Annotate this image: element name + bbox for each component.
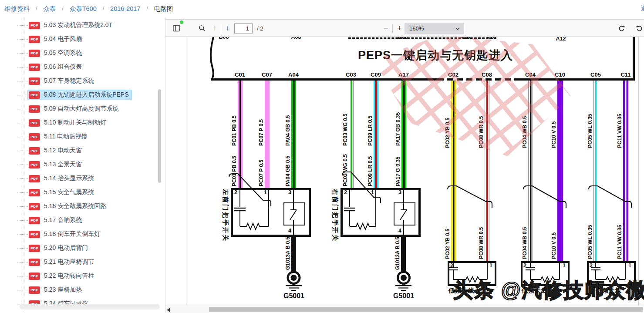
sidebar-item-label: 5.11 电动后视镜 (44, 133, 88, 141)
up-arrow-icon: ↑ (213, 24, 217, 33)
sidebar-scrollbar[interactable] (158, 89, 161, 183)
sidebar-item-label: 5.08 无钥匙进入启动系统PEPS (44, 91, 129, 99)
ground-wire-label: G1013A B 0.5 (285, 237, 290, 270)
notification-dot (180, 20, 183, 24)
pdf-icon: PDF (29, 273, 40, 280)
sidebar-item[interactable]: PDF5.09 自动大灯高度调节系统 (0, 102, 165, 116)
sidebar-item-label: 5.16 安全敢囊系统回路 (44, 202, 106, 210)
connector-label: C07 (257, 71, 276, 78)
wire-label: PC05 WL 0.35 (587, 225, 593, 259)
wire-label: PC11 VW 0.35 (617, 114, 622, 148)
pin-number: 1 (264, 189, 267, 195)
sidebar-item[interactable]: PDF5.07 车身稳定系统 (0, 74, 165, 88)
pdf-icon: PDF (29, 50, 40, 57)
horizontal-scrollbar[interactable] (165, 306, 644, 313)
breadcrumb: 维修资料 / 众泰 / 众泰T600 / 2016-2017 / 电路图 返 (0, 0, 644, 17)
sidebar-item[interactable]: PDF5.17 音响系统 (0, 213, 165, 227)
sidebar-item[interactable]: PDF5.04 电子风扇 (0, 32, 165, 46)
sidebar-item-label: 5.18 倒车开关倒车灯 (44, 230, 100, 238)
sidebar-item[interactable]: PDF5.21 电动座椅调节 (0, 255, 165, 269)
sidebar-toggle-button[interactable] (171, 22, 182, 34)
sidebar-item-label: 5.20 电动后背门 (44, 244, 88, 252)
wire-label: PC03 WG 0.5 (343, 114, 348, 146)
sidebar-item[interactable]: PDF5.10 制动开关与制动灯 (0, 116, 165, 130)
rotate-counterclockwise-button[interactable] (634, 22, 644, 34)
sidebar-item[interactable]: PDF5.13 全景天窗 (0, 158, 165, 172)
sidebar-horizontal-scrollbar[interactable] (20, 304, 160, 310)
rotate-clockwise-button[interactable] (616, 22, 627, 34)
wire-label: PC09 LR 0.5 (368, 116, 373, 146)
sidebar-item[interactable]: PDF5.05 空调系统 (0, 46, 165, 60)
clipped-link[interactable]: 返 (641, 4, 644, 13)
sidebar-item[interactable]: PDF5.11 电动后视镜 (0, 130, 165, 144)
pin-label-a12: A12 (551, 37, 570, 42)
page-number-input[interactable] (234, 23, 253, 34)
pin-number: 4 (288, 228, 291, 234)
pdf-page-canvas: B06 A08 B08 A16 A26 A12 PEPS一键启动与无钥匙进入 C… (165, 37, 644, 306)
clipped-pin-label: B06 (214, 37, 233, 40)
connector-label: C11 (616, 71, 635, 78)
sidebar-item[interactable]: PDF5.20 电动后背门 (0, 241, 165, 255)
sidebar-item[interactable]: PDF5.22 电动转向管柱 (0, 269, 165, 283)
scrollbar-thumb[interactable] (209, 307, 643, 312)
search-button[interactable] (197, 22, 207, 34)
breadcrumb-link[interactable]: 2016-2017 (110, 5, 140, 12)
component-label: 右前门把手开关 (331, 189, 339, 242)
sidebar-item[interactable]: PDF5.15 安全气囊系统 (0, 185, 165, 199)
pdf-icon: PDF (29, 203, 40, 210)
zoom-in-button[interactable]: + (394, 22, 405, 34)
zoom-level-select[interactable]: 160% (405, 23, 464, 34)
pdf-icon: PDF (29, 77, 40, 85)
pdf-icon: PDF (29, 286, 40, 294)
sidebar-item[interactable]: PDF5.03 发动机管理系统2.0T (0, 18, 165, 32)
file-tree-sidebar: PDF5.03 发动机管理系统2.0T PDF5.04 电子风扇 PDF5.05… (0, 17, 165, 313)
wire-label: PC08 WR 0.5 (479, 227, 484, 259)
sidebar-item[interactable]: PDF5.12 电动天窗 (0, 144, 165, 158)
ground-wire (401, 237, 406, 272)
wire-label: PC02 YB 0.5 (445, 229, 450, 259)
pdf-icon: PDF (29, 22, 40, 29)
zoom-out-button[interactable]: − (381, 22, 391, 34)
breadcrumb-link[interactable]: 维修资料 (4, 5, 30, 13)
pdf-icon: PDF (29, 147, 40, 155)
sidebar-item-selected[interactable]: PDF5.08 无钥匙进入启动系统PEPS (0, 88, 165, 102)
connector-label: C01 (230, 71, 250, 78)
connector-label: C05 (586, 71, 605, 78)
scroll-left-arrow[interactable] (167, 307, 172, 312)
rotate-counterclockwise-icon (636, 25, 643, 32)
wire (238, 81, 243, 188)
breadcrumb-separator: / (36, 6, 37, 12)
pdf-icon: PDF (29, 91, 40, 99)
sidebar-item[interactable]: PDF5.06 组合仪表 (0, 60, 165, 74)
pin-number: 3 (288, 189, 291, 195)
pdf-viewer: ↑ ↓ / 2 − + 160% (165, 17, 644, 313)
toolbar-divider (221, 24, 221, 33)
wire-label: PC10 V 0.5 (551, 121, 556, 148)
sidebar-item[interactable]: PDF5.14 抬头显示系统 (0, 172, 165, 185)
pdf-icon: PDF (29, 161, 40, 168)
pdf-icon: PDF (29, 64, 40, 71)
sidebar-item[interactable]: PDF5.16 安全敢囊系统回路 (0, 199, 165, 213)
breadcrumb-separator: / (146, 6, 148, 12)
breadcrumb-link[interactable]: 众泰 (43, 5, 56, 13)
sidebar-item-label: 5.21 电动座椅调节 (44, 258, 94, 266)
sidebar-item[interactable]: PDF5.18 倒车开关倒车灯 (0, 227, 165, 241)
pdf-icon: PDF (29, 231, 40, 238)
next-page-button[interactable]: ↓ (223, 22, 232, 34)
sidebar-item[interactable]: PDF5.23 座椅加热 (0, 283, 165, 297)
breadcrumb-link[interactable]: 众泰T600 (70, 5, 97, 13)
pin-number: 3 (398, 189, 401, 195)
wire-label: PA17 G 0.35 (395, 157, 401, 186)
pin-number: 2 (523, 263, 526, 269)
toolbar-divider (392, 24, 393, 33)
zoom-level-value: 160% (409, 25, 424, 32)
file-list: PDF5.03 发动机管理系统2.0T PDF5.04 电子风扇 PDF5.05… (0, 17, 165, 311)
wire (349, 81, 354, 188)
minus-icon: − (381, 24, 391, 33)
sidebar-item-label: 5.03 发动机管理系统2.0T (44, 21, 112, 29)
wire-label: PC07 P 0.5 (259, 119, 264, 146)
pdf-toolbar: ↑ ↓ / 2 − + 160% (165, 19, 644, 37)
wire-label: PC09 LR 0.5 (368, 156, 373, 186)
sidebar-item-label: 5.04 电子风扇 (44, 35, 82, 43)
previous-page-button[interactable]: ↑ (210, 22, 219, 34)
